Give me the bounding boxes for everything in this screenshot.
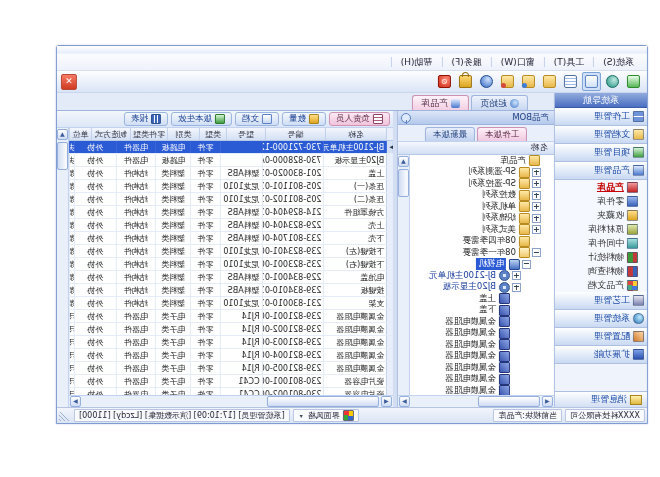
menu-item[interactable]: 窗口(W) — [494, 55, 542, 70]
tree-item[interactable]: 单机系列 — [410, 201, 554, 213]
view-button[interactable]: 数量 — [282, 112, 326, 126]
column-header[interactable]: 名称 — [325, 128, 386, 140]
tree-item[interactable]: 08年四季需要 — [410, 236, 554, 248]
document-tab[interactable]: 起始页 — [471, 95, 528, 110]
table-row[interactable]: 瓷片电容器 230-801001-001 CC41 零件 电子类 电器件 外协 — [69, 375, 393, 388]
tree-item[interactable]: 金属膜电阻器 — [410, 339, 554, 351]
table-row[interactable]: 压条(一) 205-801101-011 尼龙1010 零件 塑料类 结构件 外… — [69, 180, 393, 193]
sidebar-item[interactable]: 中间件库 — [555, 236, 647, 250]
toolbar-button[interactable] — [540, 72, 559, 91]
sidebar-item[interactable]: 产品文档 — [555, 278, 647, 292]
tree-horizontal-scrollbar[interactable]: ◀ ▶ — [398, 395, 554, 407]
table-row[interactable]: 金属膜电阻器 239-821005-001 RJ14 零件 电子类 电器件 外协 — [69, 362, 393, 375]
column-header[interactable]: 零件类型 — [130, 128, 167, 140]
sidebar-item[interactable]: 产品管理 — [555, 162, 647, 180]
table-row[interactable]: 支架 231-830010-011 尼龙1010 零件 塑料类 结构件 外协 — [69, 297, 393, 310]
toolbar-button[interactable] — [561, 72, 580, 91]
sidebar-item[interactable]: 配置管理 — [555, 328, 647, 346]
tree-column-header[interactable]: 名称 — [398, 142, 554, 155]
tree-item[interactable]: 金属膜电阻器 — [410, 328, 554, 340]
tree-expander-icon[interactable] — [512, 271, 521, 280]
view-button[interactable]: 负责人员 — [329, 112, 390, 126]
tree-item[interactable]: 金属膜电阻器 — [410, 385, 554, 395]
scroll-thumb[interactable] — [267, 396, 379, 407]
table-row[interactable]: 瓷片电容器 230-801002-001 CC41 零件 电子类 电器件 外协 — [69, 388, 393, 395]
view-button[interactable]: 报表 — [124, 112, 168, 126]
tree-item[interactable]: 金属膜电阻器 — [410, 316, 554, 328]
tree-item[interactable]: 08年一季需要 — [410, 247, 554, 259]
tree-item[interactable]: 下盖 — [410, 305, 554, 317]
sidebar-item[interactable]: 文档管理 — [555, 126, 647, 144]
tree-item[interactable]: 金属膜电阻器 — [410, 374, 554, 386]
sidebar-item[interactable]: 扩展功能 — [555, 346, 647, 364]
scroll-left-icon[interactable]: ◀ — [542, 396, 553, 407]
table-row[interactable]: 下按键(右) 235-823001-001 尼龙1010 零件 塑料类 结构件 … — [69, 258, 393, 271]
tree-item[interactable]: 织锦系列 — [410, 213, 554, 225]
tree-expander-icon[interactable] — [532, 248, 541, 257]
tree-expander-icon[interactable] — [522, 260, 531, 269]
toolbar-button[interactable] — [435, 72, 454, 91]
menu-item[interactable]: 帮助(H) — [394, 55, 440, 70]
scroll-right-icon[interactable]: ▶ — [70, 396, 81, 407]
sidebar-item[interactable]: 工作管理 — [555, 108, 647, 126]
sidebar-item[interactable]: 零件库 — [555, 194, 647, 208]
column-header[interactable]: 型号 — [226, 128, 265, 140]
tree-item[interactable]: BJ20主显示板 — [410, 282, 554, 294]
toolbar-button[interactable] — [456, 72, 475, 91]
resize-grip[interactable] — [59, 411, 69, 421]
sidebar-item[interactable]: 系统管理 — [555, 310, 647, 328]
toolbar-button[interactable] — [624, 72, 643, 91]
tree-expander-icon[interactable] — [512, 283, 521, 292]
scroll-thumb[interactable] — [478, 396, 540, 407]
table-row[interactable]: 压条(二) 205-801102-011 尼龙1010 零件 塑料类 结构件 外… — [69, 193, 393, 206]
tree-item[interactable]: 上盖 — [410, 293, 554, 305]
view-button[interactable]: 文档 — [235, 112, 279, 126]
toolbar-button[interactable] — [477, 72, 496, 91]
sidebar-item[interactable]: 工艺管理 — [555, 292, 647, 310]
table-horizontal-scrollbar[interactable]: ◀ ▶ — [69, 395, 393, 407]
tree-item[interactable]: 美式系列 — [410, 224, 554, 236]
menu-item[interactable]: 系统(S) — [596, 55, 641, 70]
tree-item[interactable]: SP-遥控系列 — [410, 178, 554, 190]
column-header[interactable]: 类别 — [167, 128, 199, 140]
tree-expander-icon[interactable] — [532, 214, 541, 223]
tree-item[interactable]: 电视机 — [410, 259, 554, 271]
toolbar-button[interactable] — [519, 72, 538, 91]
column-header[interactable]: 制造方式 — [91, 128, 130, 140]
column-header[interactable]: 类型 — [199, 128, 226, 140]
table-row[interactable]: BJ-2100主机单元 730-721000-123 零件 电路板 电器件 外协 — [69, 141, 393, 154]
tree-item[interactable]: SP-遥测系列 — [410, 167, 554, 179]
tree-item[interactable]: BJ-2100主机单元 — [410, 270, 554, 282]
tree-expander-icon[interactable] — [532, 168, 541, 177]
toolbar-button[interactable] — [498, 72, 517, 91]
table-row[interactable]: 金属膜电阻器 239-821001-001 RJ14 零件 电子类 电器件 外协 — [69, 310, 393, 323]
tree-expander-icon[interactable] — [532, 191, 541, 200]
table-row[interactable]: 电池盖 229-834001-011 塑料ABS 零件 塑料类 结构件 外协 — [69, 271, 393, 284]
table-row[interactable]: 下壳 233-801704-001 塑料ABS 零件 塑料类 结构件 外协 — [69, 232, 393, 245]
scroll-thumb[interactable] — [57, 142, 68, 170]
tree-expander-icon[interactable] — [532, 179, 541, 188]
version-tab[interactable]: 工作版本 — [477, 127, 527, 141]
document-tab[interactable]: 产品库 — [412, 95, 469, 110]
tree-vertical-scrollbar[interactable]: ▲ — [398, 155, 410, 395]
scroll-thumb[interactable] — [398, 169, 409, 197]
table-row[interactable]: 上壳 229-823404-001 塑料ABS 零件 塑料类 结构件 外协 — [69, 219, 393, 232]
sidebar-item[interactable]: 原材料库 — [555, 222, 647, 236]
sidebar-bottom-tab[interactable]: 消息管理 — [555, 391, 647, 407]
scroll-right-icon[interactable]: ▶ — [399, 396, 410, 407]
scroll-up-icon[interactable]: ▲ — [57, 129, 68, 140]
ui-style-selector[interactable]: 界面风格 ▾ — [293, 409, 359, 422]
table-row[interactable]: 金属膜电阻器 239-821002-001 RJ14 零件 电子类 电器件 外协 — [69, 323, 393, 336]
tree-expander-icon[interactable] — [532, 202, 541, 211]
table-row[interactable]: 按键板 239-834010-011 塑料ABS 零件 塑料类 结构件 外协 — [69, 284, 393, 297]
sidebar-item[interactable]: 收藏夹 — [555, 208, 647, 222]
panel-splitter[interactable] — [393, 111, 397, 407]
sidebar-item[interactable]: 物料统计 — [555, 250, 647, 264]
tree-item[interactable]: 金属膜电阻器 — [410, 362, 554, 374]
sidebar-item[interactable]: 物料查询 — [555, 264, 647, 278]
table-row[interactable]: 金属膜电阻器 239-821004-001 RJ14 零件 电子类 电器件 外协 — [69, 349, 393, 362]
table-row[interactable]: 金属膜电阻器 239-821003-001 RJ14 零件 电子类 电器件 外协 — [69, 336, 393, 349]
column-header[interactable]: 编号 — [265, 128, 325, 140]
sidebar-item[interactable]: 项目管理 — [555, 144, 647, 162]
tree-item[interactable]: 数控系列 — [410, 190, 554, 202]
